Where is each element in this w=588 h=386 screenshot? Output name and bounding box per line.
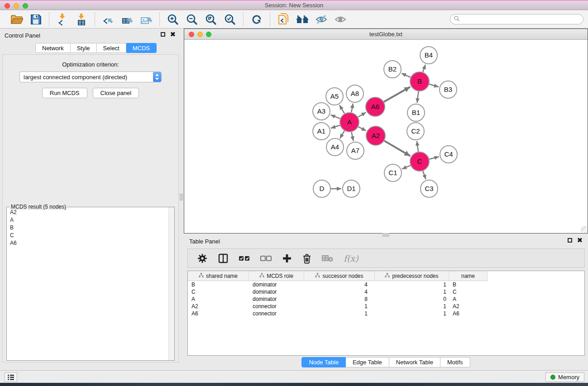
- edge-A-A1[interactable]: [331, 125, 340, 128]
- node-A4[interactable]: A4: [326, 138, 344, 156]
- edge-C-C4[interactable]: [429, 157, 439, 159]
- zoom-selected-icon[interactable]: [223, 13, 237, 26]
- node-A6[interactable]: A6: [366, 97, 385, 116]
- table-mode-gear-icon[interactable]: [197, 253, 208, 264]
- table-cell[interactable]: B: [449, 281, 488, 288]
- table-cell[interactable]: B: [188, 281, 249, 288]
- vertical-splitter-handle[interactable]: [180, 194, 183, 200]
- zoom-out-icon[interactable]: [185, 13, 199, 26]
- zoom-in-icon[interactable]: [166, 13, 180, 26]
- show-columns-icon[interactable]: [218, 253, 229, 264]
- result-list-item[interactable]: B: [7, 224, 168, 231]
- edge-A-A5[interactable]: [339, 105, 344, 114]
- close-window-button[interactable]: [5, 3, 10, 9]
- export-image-icon[interactable]: [139, 13, 153, 26]
- search-input[interactable]: [460, 16, 583, 23]
- export-table-icon[interactable]: [120, 13, 134, 26]
- node-C1[interactable]: C1: [384, 164, 402, 181]
- horizontal-splitter[interactable]: [184, 234, 588, 237]
- edge-A6-B[interactable]: [384, 87, 410, 102]
- network-zoom-button[interactable]: [206, 32, 211, 37]
- table-row[interactable]: A2connector11A2: [188, 303, 584, 310]
- table-cell[interactable]: 0: [375, 295, 449, 303]
- save-session-icon[interactable]: [29, 13, 43, 26]
- table-cell[interactable]: 1: [375, 281, 449, 288]
- table-cell[interactable]: A2: [188, 303, 249, 310]
- horizontal-splitter-handle[interactable]: [382, 233, 389, 237]
- table-row[interactable]: Adominator80A: [188, 295, 584, 303]
- edge-B-B3[interactable]: [429, 84, 439, 87]
- node-table[interactable]: shared nameMCDS rolesuccessor nodesprede…: [187, 271, 585, 356]
- table-cell[interactable]: A6: [188, 310, 249, 317]
- show-graphics-details-icon[interactable]: [333, 13, 348, 26]
- edge-C-C2[interactable]: [417, 141, 418, 152]
- column-header-shared-name[interactable]: shared name: [188, 271, 249, 281]
- tab-network[interactable]: Network: [35, 43, 71, 53]
- node-A1[interactable]: A1: [313, 123, 330, 140]
- table-float-panel-icon[interactable]: [568, 238, 572, 243]
- search-field[interactable]: [450, 14, 583, 24]
- node-A3[interactable]: A3: [313, 103, 330, 120]
- tab-network-table[interactable]: Network Table: [389, 357, 440, 367]
- network-canvas[interactable]: AA1A2A3A4A5A6A7A8BB1B2B3B4CC1C2C3C4DD1: [184, 40, 588, 233]
- table-cell[interactable]: 1: [375, 303, 449, 310]
- edge-A-A3[interactable]: [331, 115, 340, 119]
- table-cell[interactable]: A: [188, 295, 249, 303]
- table-cell[interactable]: dominator: [249, 288, 304, 295]
- memory-button[interactable]: Memory: [545, 372, 584, 382]
- table-cell[interactable]: 1: [375, 288, 449, 295]
- table-cell[interactable]: A2: [449, 303, 488, 310]
- minimize-window-button[interactable]: [14, 3, 19, 9]
- table-cell[interactable]: C: [188, 288, 249, 295]
- import-network-icon[interactable]: [55, 13, 70, 26]
- tab-select[interactable]: Select: [97, 43, 126, 53]
- edge-C-C3[interactable]: [423, 171, 425, 179]
- edge-A-A6[interactable]: [358, 112, 366, 117]
- select-all-icon[interactable]: [239, 254, 250, 262]
- result-list-item[interactable]: A6: [7, 239, 168, 247]
- open-session-icon[interactable]: [10, 13, 24, 26]
- column-header-predecessor-nodes[interactable]: predecessor nodes: [375, 271, 449, 281]
- edge-B-B2[interactable]: [402, 73, 411, 77]
- node-A5[interactable]: A5: [326, 88, 343, 105]
- deselect-all-icon[interactable]: [260, 254, 272, 262]
- node-D1[interactable]: D1: [343, 180, 360, 197]
- node-C[interactable]: C: [410, 152, 429, 171]
- home-icon[interactable]: [295, 13, 310, 26]
- table-row[interactable]: Bdominator41B: [188, 281, 584, 288]
- result-list-item[interactable]: A2: [7, 208, 168, 216]
- edge-B-B1[interactable]: [417, 91, 419, 103]
- edge-C-C1[interactable]: [402, 166, 410, 169]
- table-cell[interactable]: A6: [449, 310, 488, 317]
- export-network-icon[interactable]: [101, 13, 115, 26]
- node-B4[interactable]: B4: [420, 47, 437, 64]
- node-A8[interactable]: A8: [346, 85, 363, 102]
- edge-A2-C[interactable]: [384, 141, 410, 156]
- resize-grip-icon[interactable]: [581, 226, 587, 233]
- zoom-window-button[interactable]: [23, 3, 28, 9]
- node-B1[interactable]: B1: [407, 104, 425, 121]
- tab-style[interactable]: Style: [71, 43, 97, 53]
- create-column-icon[interactable]: [282, 253, 292, 263]
- refresh-layout-icon[interactable]: [249, 13, 264, 26]
- node-A[interactable]: A: [340, 113, 359, 132]
- table-close-panel-icon[interactable]: ✖: [577, 238, 583, 243]
- node-B3[interactable]: B3: [440, 81, 457, 98]
- zoom-fit-icon[interactable]: [204, 13, 218, 26]
- import-table-icon[interactable]: [74, 13, 89, 26]
- node-A7[interactable]: A7: [347, 142, 364, 159]
- table-cell[interactable]: 8: [304, 295, 375, 303]
- result-list-item[interactable]: A: [7, 216, 168, 224]
- network-close-button[interactable]: [189, 32, 194, 37]
- table-cell[interactable]: 1: [304, 310, 375, 317]
- run-mcds-button[interactable]: Run MCDS: [42, 88, 87, 98]
- table-cell[interactable]: 1: [304, 303, 375, 310]
- node-C2[interactable]: C2: [407, 123, 424, 140]
- table-cell[interactable]: 4: [304, 288, 375, 295]
- table-row[interactable]: Cdominator41C: [188, 288, 584, 295]
- edge-A-A7[interactable]: [351, 132, 353, 141]
- table-cell[interactable]: 1: [375, 310, 449, 317]
- tab-node-table[interactable]: Node Table: [301, 357, 346, 367]
- table-row[interactable]: A6connector11A6: [188, 310, 584, 317]
- tab-edge-table[interactable]: Edge Table: [346, 357, 389, 367]
